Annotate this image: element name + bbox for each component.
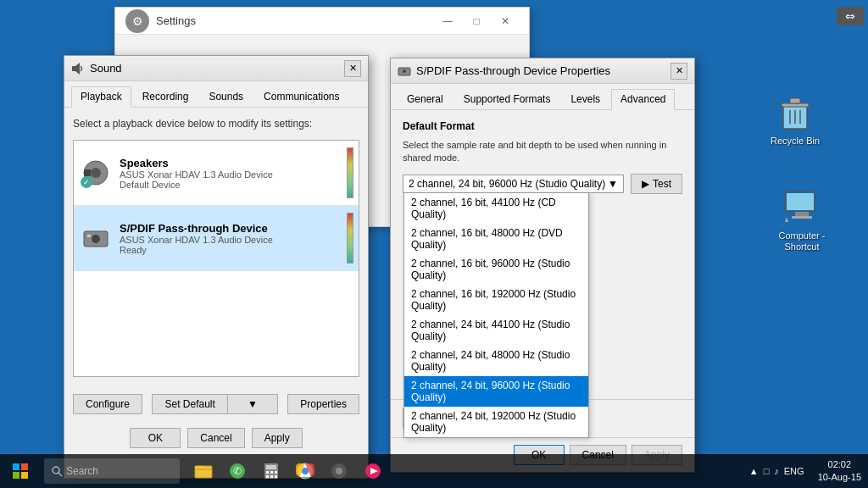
- tray-expand-button[interactable]: ▲: [749, 466, 759, 476]
- tab-recording[interactable]: Recording: [133, 86, 198, 107]
- svg-rect-33: [266, 471, 269, 474]
- settings-maximize-button[interactable]: □: [463, 9, 490, 33]
- default-format-title: Default Format: [403, 120, 682, 132]
- settings-title-text: Settings: [156, 14, 196, 27]
- svg-rect-45: [331, 470, 335, 472]
- svg-line-26: [58, 473, 62, 476]
- search-placeholder: Search: [66, 465, 98, 477]
- spdif-title-area: S/PDIF Pass-through Device Properties: [398, 64, 610, 78]
- svg-marker-12: [75, 63, 80, 75]
- spdif-level-bars: [347, 213, 353, 263]
- speakers-sub: ASUS Xonar HDAV 1.3 Audio Device: [120, 169, 273, 180]
- tray-language-indicator[interactable]: ENG: [784, 466, 804, 476]
- configure-button[interactable]: Configure: [73, 394, 142, 414]
- sound-dialog-bottom: Configure Set Default ▼ Properties: [64, 387, 368, 421]
- format-option-0[interactable]: 2 channel, 16 bit, 44100 Hz (CD Quality): [404, 193, 588, 224]
- format-option-1[interactable]: 2 channel, 16 bit, 48000 Hz (DVD Quality…: [404, 224, 588, 254]
- spdif-titlebar: S/PDIF Pass-through Device Properties ✕: [391, 58, 694, 84]
- taskbar-tray: ▲ □ ♪ ENG: [743, 466, 811, 476]
- svg-rect-24: [21, 472, 28, 479]
- svg-rect-44: [338, 475, 340, 479]
- playback-description: Select a playback device below to modify…: [73, 118, 359, 130]
- format-option-3[interactable]: 2 channel, 16 bit, 192000 Hz (Studio Qua…: [404, 285, 588, 315]
- device-item-spdif[interactable]: S/PDIF Pass-through Device ASUS Xonar HD…: [74, 206, 359, 271]
- tray-network-icon[interactable]: □: [764, 466, 770, 476]
- taskbar-app-calc[interactable]: [254, 454, 288, 488]
- tab-playback[interactable]: Playback: [71, 86, 131, 108]
- taskbar-app-chrome[interactable]: [288, 454, 322, 488]
- svg-rect-18: [87, 235, 91, 237]
- sound-dialog-actions: OK Cancel Apply: [64, 421, 368, 455]
- computer-shortcut-icon[interactable]: Computer - Shortcut: [768, 186, 836, 252]
- settings-title-area: ⚙ Settings: [125, 9, 196, 33]
- set-default-button[interactable]: Set Default: [152, 394, 226, 414]
- settings-close-button[interactable]: ✕: [492, 9, 519, 33]
- taskbar-app-media[interactable]: [356, 454, 390, 488]
- speakers-level-bars: [347, 147, 353, 198]
- spdif-close-button[interactable]: ✕: [670, 63, 687, 80]
- format-dropdown[interactable]: 2 channel, 24 bit, 96000 Hz (Studio Qual…: [403, 175, 624, 193]
- format-dropdown-menu: 2 channel, 16 bit, 44100 Hz (CD Quality)…: [403, 192, 589, 438]
- calculator-icon: [262, 462, 281, 480]
- svg-rect-2: [790, 98, 800, 103]
- start-button[interactable]: [0, 454, 41, 488]
- svg-rect-35: [275, 471, 277, 474]
- tab-sounds[interactable]: Sounds: [199, 86, 253, 107]
- search-icon: [51, 465, 63, 477]
- svg-rect-43: [338, 463, 340, 467]
- format-option-2[interactable]: 2 channel, 16 bit, 96000 Hz (Studio Qual…: [404, 254, 588, 285]
- sound-dialog-tabs: Playback Recording Sounds Communications: [64, 81, 368, 108]
- remote-desktop-button[interactable]: ⇔: [837, 7, 864, 25]
- taskbar-time: 02:02: [818, 458, 861, 471]
- taskbar-apps: ✆: [183, 454, 743, 488]
- set-default-arrow-button[interactable]: ▼: [227, 394, 278, 414]
- device-item-speakers[interactable]: ✓ Speakers ASUS Xonar HDAV 1.3 Audio Dev…: [74, 141, 359, 206]
- level-bar-left: [347, 147, 353, 198]
- tab-levels[interactable]: Levels: [561, 89, 609, 109]
- phone-icon: ✆: [228, 462, 247, 480]
- media-icon: [364, 462, 382, 480]
- tab-supported-formats[interactable]: Supported Formats: [454, 89, 560, 109]
- format-option-6[interactable]: 2 channel, 24 bit, 96000 Hz (Studio Qual…: [404, 376, 588, 407]
- tab-advanced[interactable]: Advanced: [611, 89, 675, 110]
- taskbar-app-settings[interactable]: [322, 454, 356, 488]
- taskbar-search[interactable]: Search: [44, 458, 180, 484]
- format-option-7[interactable]: 2 channel, 24 bit, 192000 Hz (Studio Qua…: [404, 407, 588, 437]
- svg-point-17: [92, 235, 100, 243]
- svg-point-25: [53, 467, 59, 474]
- explorer-icon: [193, 461, 214, 481]
- svg-rect-7: [787, 193, 814, 210]
- svg-rect-11: [72, 66, 75, 71]
- dropdown-arrow-icon: ▼: [608, 178, 618, 190]
- svg-rect-23: [13, 472, 19, 479]
- level-bar-spdif: [347, 213, 353, 263]
- svg-rect-36: [266, 475, 269, 478]
- default-check-badge: ✓: [81, 176, 92, 188]
- svg-point-14: [91, 168, 101, 178]
- format-option-4[interactable]: 2 channel, 24 bit, 44100 Hz (Studio Qual…: [404, 315, 588, 346]
- spdif-title-icon: [398, 64, 411, 78]
- sound-dialog-close-button[interactable]: ✕: [344, 60, 361, 77]
- tray-volume-icon[interactable]: ♪: [774, 466, 779, 476]
- svg-rect-38: [275, 475, 277, 478]
- format-option-5[interactable]: 2 channel, 24 bit, 48000 Hz (Studio Qual…: [404, 346, 588, 376]
- properties-button[interactable]: Properties: [287, 394, 359, 414]
- settings-minimize-button[interactable]: —: [434, 9, 461, 33]
- sound-cancel-button[interactable]: Cancel: [187, 428, 244, 448]
- recycle-bin-icon[interactable]: Recycle Bin: [761, 92, 829, 146]
- svg-rect-8: [795, 212, 809, 216]
- sound-apply-button[interactable]: Apply: [252, 428, 303, 448]
- tab-general[interactable]: General: [398, 89, 453, 109]
- svg-rect-9: [792, 216, 812, 219]
- svg-point-42: [336, 468, 342, 474]
- sound-ok-button[interactable]: OK: [130, 428, 181, 448]
- taskbar-app-phone[interactable]: ✆: [220, 454, 254, 488]
- gear-icon: ⚙: [125, 9, 149, 33]
- taskbar-app-explorer[interactable]: [186, 454, 220, 488]
- test-button[interactable]: ▶ Test: [631, 174, 682, 194]
- spdif-sub: ASUS Xonar HDAV 1.3 Audio Device: [120, 235, 273, 245]
- default-format-desc: Select the sample rate and bit depth to …: [403, 139, 682, 165]
- taskbar-clock[interactable]: 02:02 10-Aug-15: [811, 458, 868, 485]
- svg-rect-28: [195, 466, 203, 469]
- tab-communications[interactable]: Communications: [254, 86, 348, 107]
